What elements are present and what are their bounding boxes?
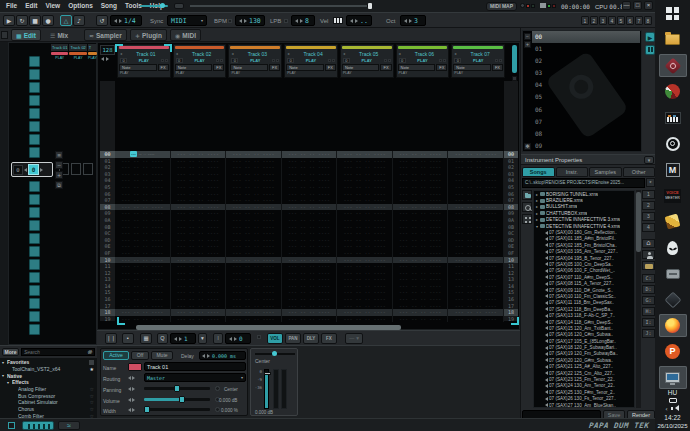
view-preset-button[interactable]: 1 bbox=[581, 16, 589, 25]
pattern-cell[interactable]: --- -- ·· ---- bbox=[393, 309, 449, 316]
pattern-cell[interactable]: --- -- ·· ---- bbox=[282, 309, 338, 316]
pattern-cell[interactable]: --- -- ·· ---- bbox=[337, 224, 393, 231]
favorite-star-icon[interactable]: ☆ bbox=[90, 386, 94, 392]
pattern-cell[interactable]: --- -- ·· ---- bbox=[337, 210, 393, 217]
T[interactable]: T PLAY bbox=[88, 44, 97, 60]
routing-select[interactable]: Master▾ bbox=[144, 373, 246, 382]
view-preset-button[interactable]: 7 bbox=[635, 16, 643, 25]
pattern-cell[interactable]: --- -- ·· ---- bbox=[337, 303, 393, 310]
panning-reset[interactable] bbox=[215, 386, 220, 391]
pattern-cell[interactable]: --- -- ·· ---- bbox=[337, 270, 393, 277]
pattern-cell[interactable]: --- -- ·· ---- bbox=[393, 204, 449, 211]
sequence-edit-button[interactable]: + bbox=[55, 171, 63, 179]
pattern-cell[interactable]: --- -- ·· ---- bbox=[115, 171, 171, 178]
effects-tree-row[interactable]: ▾ Favorites bbox=[0, 359, 97, 366]
tab-instr[interactable]: Instr. bbox=[556, 167, 589, 177]
view-preset-button[interactable]: 8 bbox=[644, 16, 652, 25]
collapse-arrow-icon[interactable]: ◂ bbox=[399, 51, 401, 56]
Track 01[interactable]: Track 01 PLAY bbox=[51, 44, 68, 60]
effects-tree-row[interactable]: Cabinet Simulator ☆ bbox=[0, 399, 97, 406]
pattern-cell[interactable]: --- -- ·· ---- bbox=[226, 158, 282, 165]
pattern-cell[interactable]: --- -- ·· ---- bbox=[337, 230, 393, 237]
note-column-label[interactable]: Note bbox=[230, 64, 268, 71]
slider-handle[interactable] bbox=[160, 3, 165, 8]
pattern-cell[interactable]: --- -- ·· ---- bbox=[282, 257, 338, 264]
track-active-button[interactable]: Active bbox=[103, 351, 129, 360]
sequence-slot[interactable] bbox=[29, 147, 40, 158]
layout-toggle-icon[interactable] bbox=[1, 31, 8, 39]
post-pan-slider[interactable] bbox=[255, 353, 295, 355]
pattern-cell[interactable]: --- -- ·· ---- bbox=[115, 250, 171, 257]
record-quantize-icon[interactable]: ↺ bbox=[96, 15, 108, 26]
m-app-icon[interactable]: M bbox=[659, 158, 687, 181]
sequence-position[interactable]: 0 bbox=[13, 165, 23, 175]
pattern-cell[interactable]: --- -- ·· ---- bbox=[448, 283, 504, 290]
pattern-cell[interactable]: --- -- ·· ---- bbox=[448, 316, 504, 323]
pattern-cell[interactable]: --- -- ·· ---- bbox=[448, 263, 504, 270]
edit-step-icon[interactable]: ⦙ bbox=[213, 333, 223, 344]
vault-app-icon[interactable] bbox=[659, 288, 687, 311]
track-color-swatch[interactable] bbox=[128, 363, 142, 371]
menu-item[interactable]: Song bbox=[98, 1, 120, 11]
fx-column-label[interactable]: FX bbox=[325, 64, 336, 71]
pattern-cell[interactable]: --- -- ·· ---- bbox=[393, 171, 449, 178]
browser-preset-button[interactable]: 2 bbox=[642, 201, 655, 210]
instrument-row[interactable]: 00 bbox=[532, 31, 640, 43]
search-icon[interactable] bbox=[522, 202, 532, 212]
pattern-cell[interactable]: --- -- ·· ---- bbox=[393, 276, 449, 283]
pattern-cell[interactable]: --- -- ·· ---- bbox=[226, 210, 282, 217]
pattern-cell[interactable]: --- -- ·· ---- bbox=[115, 230, 171, 237]
pattern-cell[interactable]: --- -- ·· ---- bbox=[282, 164, 338, 171]
pattern-cell[interactable]: --- -- ·· ---- bbox=[393, 270, 449, 277]
pattern-cell[interactable]: --- -- ·· ---- bbox=[115, 184, 171, 191]
pattern-cell[interactable]: --- -- ·· ---- bbox=[171, 184, 227, 191]
file-row[interactable]: ▸ DETECTIVE INNAFECTTIVE 3.xrns bbox=[534, 217, 634, 223]
close-button[interactable]: × bbox=[644, 1, 653, 10]
pattern-cell[interactable]: --- -- ·· ---- bbox=[337, 257, 393, 264]
pattern-cell[interactable]: --- -- ·· ---- bbox=[226, 296, 282, 303]
language-indicator[interactable]: HU bbox=[668, 389, 677, 396]
instrument-row[interactable]: 07 bbox=[532, 116, 640, 128]
pattern-cell[interactable]: --- -- ·· ---- bbox=[171, 237, 227, 244]
effects-tree-row[interactable]: Bus Compressor ☆ bbox=[0, 392, 97, 399]
matrix-cell[interactable] bbox=[83, 163, 93, 175]
column-checkbox[interactable] bbox=[257, 335, 261, 339]
pattern-cell[interactable]: --- -- ·· ---- bbox=[282, 289, 338, 296]
volume-reset-button[interactable] bbox=[174, 3, 184, 9]
renoise-icon[interactable] bbox=[659, 54, 687, 77]
pattern-cell[interactable]: --- -- ·· ---- bbox=[226, 197, 282, 204]
single-track-icon[interactable]: ❘❘ bbox=[105, 333, 117, 344]
pattern-cell[interactable]: --- -- ·· ---- bbox=[282, 250, 338, 257]
Track 05[interactable]: ◂Track 05 0 PLAY Note FX PLAY bbox=[340, 44, 394, 78]
volume-spinner[interactable] bbox=[128, 395, 135, 404]
pattern-cell[interactable]: --- -- ·· ---- bbox=[393, 164, 449, 171]
view-preset-button[interactable]: 4 bbox=[608, 16, 616, 25]
instrument-row[interactable]: 03 bbox=[532, 67, 640, 79]
lower-frame-toggle[interactable] bbox=[8, 422, 15, 429]
pattern-cell[interactable]: --- -- ·· ---- bbox=[337, 171, 393, 178]
note-column-label[interactable]: Note bbox=[119, 64, 157, 71]
tab-sampler[interactable]: ≈Sampler bbox=[84, 29, 127, 41]
track-delay-box[interactable]: 0 bbox=[399, 58, 406, 63]
follow-player-icon[interactable]: ▪ bbox=[122, 333, 134, 344]
collapse-arrow-icon[interactable]: ◂ bbox=[176, 51, 178, 56]
pattern-cell[interactable]: --- -- ·· ---- bbox=[115, 270, 171, 277]
pattern-cell[interactable]: --- -- ·· ---- bbox=[282, 270, 338, 277]
pattern-cell[interactable]: --- -- ·· ---- bbox=[226, 263, 282, 270]
fx-column-label[interactable]: FX bbox=[492, 64, 503, 71]
pattern-cell[interactable]: --- -- ·· ---- bbox=[448, 224, 504, 231]
sequence-slot[interactable] bbox=[29, 121, 40, 132]
toggle-fx[interactable]: FX bbox=[321, 333, 337, 344]
sequence-edit-button[interactable]: ⧉ bbox=[55, 181, 63, 189]
menu-item[interactable]: Edit bbox=[22, 1, 40, 11]
instrument-add-button[interactable]: + bbox=[524, 41, 531, 48]
pattern-cell[interactable]: --- -- ·· ---- bbox=[226, 230, 282, 237]
pattern-cell[interactable]: --- -- ·· ---- bbox=[448, 303, 504, 310]
favorite-star-icon[interactable]: ☆ bbox=[90, 406, 94, 412]
matrix-cell[interactable] bbox=[71, 163, 81, 175]
effects-tree-row[interactable]: Chorus ☆ bbox=[0, 406, 97, 413]
pattern-cell[interactable]: --- -- ·· ---- bbox=[448, 171, 504, 178]
pattern-cell[interactable]: --- -- ·· ---- bbox=[282, 158, 338, 165]
pattern-cell[interactable]: --- -- ·· ---- bbox=[282, 316, 338, 323]
pattern-cell[interactable]: --- -- ·· ---- bbox=[393, 303, 449, 310]
